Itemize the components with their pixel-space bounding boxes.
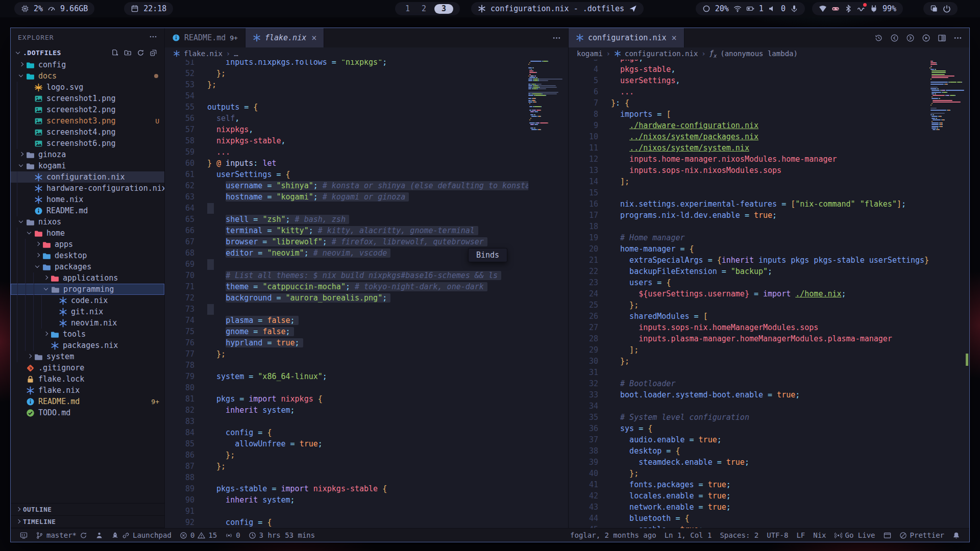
- code-line[interactable]: 5 userSettings,: [569, 75, 969, 86]
- status-language-mode[interactable]: Nix: [809, 529, 830, 542]
- explorer-more-button[interactable]: [149, 33, 157, 42]
- code-line[interactable]: 7}: {: [569, 97, 969, 109]
- code-line[interactable]: 75 gnome = false;: [165, 326, 568, 337]
- code-line[interactable]: 41 fonts.packages = true;: [569, 479, 969, 490]
- code-line[interactable]: 91: [165, 506, 568, 517]
- code-line[interactable]: 19 # Home manager: [569, 232, 969, 243]
- tree-item-neovim.nix[interactable]: neovim.nix: [11, 317, 164, 329]
- workspace-1[interactable]: 1: [402, 4, 413, 13]
- code-line[interactable]: 28 inputs.plasma-manager.homeManagerModu…: [569, 333, 969, 344]
- tree-item-flake.nix[interactable]: flake.nix: [11, 385, 164, 396]
- system-stats-widget[interactable]: 2%9.66GB: [14, 2, 94, 15]
- editor-left[interactable]: 51 inputs.nixpkgs.follows = "nixpkgs";52…: [165, 60, 568, 528]
- breadcrumb-item[interactable]: …: [234, 49, 238, 58]
- sidebar-section-outline[interactable]: OUTLINE: [11, 504, 164, 516]
- status-git-branch[interactable]: master*: [32, 529, 91, 542]
- tree-item-packages.nix[interactable]: packages.nix: [11, 340, 164, 351]
- code-line[interactable]: 24 ${userSettings.username} = import ./h…: [569, 288, 969, 299]
- code-line[interactable]: 68 editor = "neovim"; # neovim, vscode: [165, 247, 568, 259]
- collapse-folders-button[interactable]: [150, 49, 157, 57]
- code-line[interactable]: 4 pkgs-stable,: [569, 64, 969, 75]
- status-ports[interactable]: 0: [221, 529, 244, 542]
- tree-item-logo.svg[interactable]: logo.svg: [11, 82, 164, 93]
- code-line[interactable]: 8 imports = [: [569, 109, 969, 120]
- editor-right[interactable]: 3 pkgs,4 pkgs-stable,5 userSettings,6 ..…: [569, 60, 969, 528]
- tree-item-readme.md[interactable]: README.md: [11, 205, 164, 216]
- code-line[interactable]: 77 };: [165, 348, 568, 360]
- status-problems[interactable]: 015: [176, 529, 221, 542]
- code-line[interactable]: 43 network.enable = true;: [569, 502, 969, 513]
- tree-item-screenshot2.png[interactable]: screenshot2.png: [11, 104, 164, 115]
- tree-item-home[interactable]: home: [11, 228, 164, 239]
- code-line[interactable]: 18: [569, 221, 969, 232]
- previous-change-button[interactable]: [890, 34, 899, 42]
- sidebar-section-timeline[interactable]: TIMELINE: [11, 516, 164, 528]
- run-file-button[interactable]: [922, 34, 930, 42]
- code-line[interactable]: 44 bluetooth = {: [569, 513, 969, 524]
- code-line[interactable]: 56 self,: [165, 113, 568, 124]
- tree-item-hardware-configuration.nix[interactable]: hardware-configuration.nix: [11, 183, 164, 194]
- tree-item-desktop[interactable]: desktop: [11, 250, 164, 261]
- code-line[interactable]: 66 terminal = "kitty"; # kitty, alacritt…: [165, 225, 568, 236]
- workspace-root-row[interactable]: .DOTFILES: [11, 46, 164, 59]
- code-line[interactable]: 69: [165, 259, 568, 270]
- tab-flake[interactable]: flake.nix×: [246, 28, 325, 47]
- tree-item-screenshot4.png[interactable]: screenshot4.png: [11, 127, 164, 138]
- minimap[interactable]: [929, 60, 964, 528]
- code-line[interactable]: 38 desktop = {: [569, 445, 969, 457]
- code-line[interactable]: 33 boot.loader.systemd-boot.enable = tru…: [569, 389, 969, 400]
- tab-readme[interactable]: README.md9+: [165, 28, 246, 47]
- tree-item-applications[interactable]: applications: [11, 272, 164, 284]
- code-line[interactable]: 29 ];: [569, 344, 969, 356]
- tree-item-home.nix[interactable]: home.nix: [11, 194, 164, 205]
- code-line[interactable]: 51 inputs.nixpkgs.follows = "nixpkgs";: [165, 60, 568, 68]
- tree-item-configuration.nix[interactable]: configuration.nix: [11, 171, 164, 183]
- tree-item-system[interactable]: system: [11, 351, 164, 362]
- code-line[interactable]: 89 pkgs-stable = import nixpkgs-stable {: [165, 483, 568, 494]
- code-line[interactable]: 57 nixpkgs,: [165, 124, 568, 135]
- clock-widget[interactable]: 22:18: [124, 2, 173, 15]
- code-line[interactable]: 76 hyprland = true;: [165, 337, 568, 348]
- minimap[interactable]: [528, 60, 563, 528]
- code-line[interactable]: 26 sharedModules = [: [569, 311, 969, 322]
- status-launchpad[interactable]: Launchpad: [107, 529, 176, 542]
- new-folder-button[interactable]: [124, 49, 132, 57]
- more-actions-button[interactable]: [552, 34, 561, 42]
- code-line[interactable]: 58 nixpkgs-stable,: [165, 135, 568, 146]
- code-line[interactable]: 21 extraSpecialArgs = {inherit inputs pk…: [569, 255, 969, 266]
- code-line[interactable]: 20 home-manager = {: [569, 243, 969, 255]
- devices-widget[interactable]: 99%: [812, 2, 903, 15]
- code-line[interactable]: 83: [165, 416, 568, 427]
- code-line[interactable]: 32 # Bootloader: [569, 378, 969, 389]
- tab-configuration[interactable]: configuration.nix×: [569, 28, 684, 47]
- status-browser-preview[interactable]: [879, 529, 895, 542]
- tree-item-flake.lock[interactable]: flake.lock: [11, 373, 164, 385]
- code-line[interactable]: 14 ];: [569, 176, 969, 187]
- tree-item-screenshot6.png[interactable]: screenshot6.png: [11, 138, 164, 149]
- code-line[interactable]: 35 # System level configuration: [569, 412, 969, 423]
- workspaces-widget[interactable]: 123: [395, 2, 460, 15]
- code-line[interactable]: 12 inputs.home-manager.nixosModules.home…: [569, 154, 969, 165]
- code-line[interactable]: 54: [165, 90, 568, 102]
- code-line[interactable]: 59 ...: [165, 146, 568, 158]
- code-line[interactable]: 22 backupFileExtension = "backup";: [569, 266, 969, 277]
- code-line[interactable]: 39 steamdeck.enable = true;: [569, 457, 969, 468]
- status-cluster-widget[interactable]: 20%10: [696, 2, 805, 15]
- code-line[interactable]: 31: [569, 367, 969, 378]
- code-line[interactable]: 82 inherit system;: [165, 405, 568, 416]
- status-remote-indicator[interactable]: [16, 529, 32, 542]
- tree-item-.gitignore[interactable]: .gitignore: [11, 362, 164, 373]
- status-prettier[interactable]: Prettier: [895, 529, 948, 542]
- code-line[interactable]: 88: [165, 472, 568, 483]
- split-editor-button[interactable]: [938, 34, 946, 42]
- code-line[interactable]: 30 };: [569, 356, 969, 367]
- tree-item-screenshot3.png[interactable]: screenshot3.pngU: [11, 115, 164, 127]
- tree-item-nixos[interactable]: nixos: [11, 216, 164, 228]
- session-widget[interactable]: [923, 2, 958, 15]
- status-eol[interactable]: LF: [792, 529, 809, 542]
- code-line[interactable]: 34: [569, 400, 969, 412]
- code-line[interactable]: 72 background = "aurora_borealis.png";: [165, 292, 568, 304]
- status-indentation[interactable]: Spaces: 2: [716, 529, 763, 542]
- close-icon[interactable]: ×: [672, 33, 677, 43]
- tree-item-apps[interactable]: apps: [11, 239, 164, 250]
